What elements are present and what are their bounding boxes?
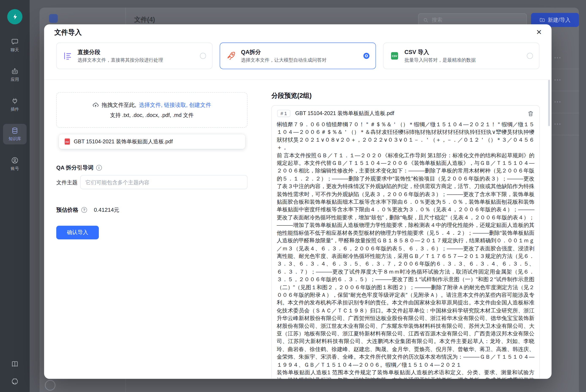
radio-qa-split[interactable] (363, 53, 370, 59)
mode-desc: 批量导入问答对，是最精准的数据 (404, 57, 476, 63)
rocket-icon (225, 50, 237, 62)
mode-title: 直接分段 (78, 48, 163, 56)
csv-file-icon: CSV (389, 50, 400, 62)
row-more-button[interactable]: ··· (554, 99, 569, 106)
sidebar-bottom (11, 360, 19, 392)
row-more-button[interactable]: ··· (554, 77, 569, 84)
info-icon[interactable]: i (96, 165, 102, 170)
chunk-preview-text: 犐犆犛７９．０６０犆犆犛犅７０！＂＃＄％＆＇（）＊犌犅／犜１５１０４—２０２１！… (272, 119, 539, 379)
user-icon (11, 157, 19, 164)
mode-card-csv-import[interactable]: CSV CSV 导入 批量导入问答对，是最精准的数据 (383, 43, 539, 69)
search-icon (423, 17, 429, 23)
database-icon (11, 127, 19, 134)
mode-desc: 选择文本文件，让大模型自动生成问答对 (241, 57, 326, 63)
sidebar-item-label: 聊天 (11, 47, 19, 53)
file-dropzone[interactable]: 拖拽文件至此, 选择文件, 链接读取, 创建文件 支持 .txt, .doc, … (56, 92, 247, 128)
mode-card-qa-split[interactable]: QA拆分 选择文本文件，让大模型自动生成问答对 (220, 43, 376, 69)
chunk-paragraph: 前 言本文件按照ＧＢ／Ｔ１．１—２０２０《标准化工作导则 第1部分：标准化文件的… (277, 152, 534, 368)
floating-avatar[interactable] (45, 380, 55, 390)
table-row-divider (551, 91, 579, 91)
sidebar-item-chat[interactable]: 聊天 (3, 35, 27, 56)
github-icon[interactable] (11, 378, 19, 385)
svg-text:CSV: CSV (392, 55, 397, 58)
upload-cloud-icon (93, 102, 99, 108)
radio-csv-import[interactable] (527, 53, 533, 59)
create-import-label: 新建/导入 (548, 16, 570, 23)
price-help-icon[interactable]: ? (81, 207, 87, 213)
modal-divider (44, 79, 551, 80)
mode-desc: 选择文本文件，直接将其按分段进行处理 (78, 57, 163, 63)
chunk-preview-card: # 1 GBT 15104-2021 装饰单板贴面人造板.pdf 犐犆犛７９．０… (271, 105, 540, 379)
preview-heading: 分段预览(2组) (271, 91, 311, 100)
dropzone-text: 拖拽文件至此, (102, 101, 136, 108)
docs-icon[interactable] (11, 360, 19, 368)
plug-icon (11, 97, 19, 105)
row-more-button[interactable]: ··· (554, 55, 569, 62)
dataset-avatar (49, 14, 58, 23)
table-row-divider (551, 135, 579, 135)
search-placeholder: 搜索 (432, 17, 442, 24)
chunk-index-badge: # 1 (277, 110, 290, 117)
uploaded-file-name: GBT 15104-2021 装饰单板贴面人造板.pdf (74, 138, 173, 145)
pdf-file-icon: PDF (64, 138, 70, 145)
mode-title: QA拆分 (241, 48, 326, 56)
modal-title: 文件导入 (54, 28, 82, 37)
app-root: 聊天 应用 插件 知识库 账号 (0, 0, 586, 392)
chunk-file-title: GBT 15104-2021 装饰单板贴面人造板.pdf (295, 110, 522, 117)
chunk-paragraph: 装饰单板贴面人造板1 范围本文件规定了装饰单板贴面人造板的术语和定义、分类、要求… (277, 368, 534, 379)
sidebar-item-apps[interactable]: 应用 (3, 64, 27, 85)
topic-label: 文件主题 (56, 180, 78, 186)
mode-card-direct-split[interactable]: 直接分段 选择文本文件，直接将其按分段进行处理 (56, 43, 212, 69)
table-row-divider (551, 69, 579, 69)
logo-icon (11, 12, 19, 21)
sidebar-item-label: 知识库 (9, 136, 21, 142)
close-icon[interactable]: × (533, 26, 545, 38)
radio-direct-split[interactable] (200, 53, 206, 59)
sidebar: 聊天 应用 插件 知识库 账号 (0, 0, 30, 392)
uploaded-file-item[interactable]: PDF GBT 15104-2021 装饰单板贴面人造板.pdf (59, 134, 245, 149)
chat-icon (11, 38, 19, 46)
sidebar-item-plugins[interactable]: 插件 (3, 94, 27, 114)
paragraph-split-icon (62, 50, 73, 62)
svg-text:PDF: PDF (66, 141, 69, 143)
row-more-button[interactable]: ··· (554, 121, 569, 128)
price-value: 0.41214元 (94, 206, 119, 214)
modal-scrollbar[interactable] (548, 80, 550, 126)
dropzone-links[interactable]: 选择文件, 链接读取, 创建文件 (139, 101, 211, 108)
sidebar-item-knowledge-base[interactable]: 知识库 (3, 124, 27, 144)
sidebar-item-label: 账号 (11, 166, 19, 172)
page-title: 文件(4) (134, 15, 155, 24)
folder-import-icon (539, 17, 545, 23)
topic-input[interactable] (80, 175, 248, 189)
dropzone-support-text: 支持 .txt, .doc, .docx, .pdf, .md 文件 (110, 112, 194, 119)
chunk-paragraph: 犐犆犛７９．０６０犆犆犛犅７０！＂＃＄％＆＇（）＊犌犅／犜１５１０４—２０２１！… (277, 120, 534, 152)
import-mode-cards: 直接分段 选择文本文件，直接将其按分段进行处理 QA拆分 选择文本文件，让大模型… (56, 43, 539, 69)
confirm-import-button[interactable]: 确认导入 (56, 226, 99, 240)
sidebar-item-label: 应用 (11, 77, 19, 82)
qa-prompt-label: QA 拆分引导词 (56, 164, 93, 172)
robot-icon (11, 68, 19, 75)
sidebar-item-account[interactable]: 账号 (3, 154, 27, 174)
table-row-divider (551, 113, 579, 113)
price-label: 预估价格 (56, 206, 78, 214)
file-import-modal: 文件导入 × 直接分段 选择文本文件，直接将其按分段进行处理 QA拆分 (44, 24, 551, 379)
sidebar-nav: 聊天 应用 插件 知识库 账号 (0, 35, 30, 174)
sidebar-item-label: 插件 (11, 106, 19, 112)
mode-title: CSV 导入 (404, 48, 476, 56)
delete-chunk-icon[interactable] (527, 110, 534, 117)
app-logo[interactable] (7, 9, 22, 24)
